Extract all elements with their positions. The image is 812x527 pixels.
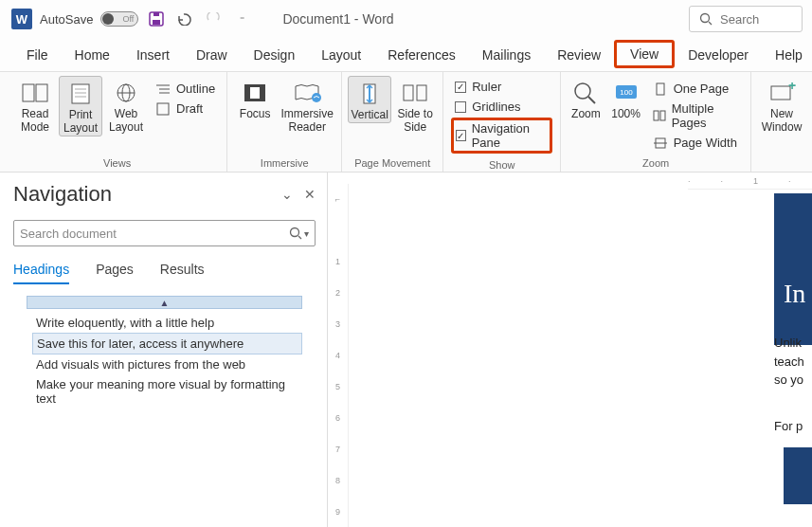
document-area[interactable]: ⌐123456789 ··1· In Unlik teach so yo For… [328, 173, 812, 527]
immersive-reader-icon [291, 80, 323, 106]
svg-line-4 [709, 22, 712, 25]
zoom-label: Zoom [571, 108, 601, 121]
nav-search-input[interactable] [20, 227, 289, 241]
hundred-percent-button[interactable]: 100 100% [606, 76, 644, 121]
heading-item[interactable]: Write eloquently, with a little help [32, 313, 302, 333]
one-page-button[interactable]: One Page [649, 80, 743, 98]
redo-icon[interactable] [203, 9, 224, 29]
svg-rect-24 [417, 85, 426, 100]
search-icon [699, 12, 713, 26]
heading-item[interactable]: Add visuals with pictures from the web [32, 354, 302, 374]
svg-rect-34 [771, 86, 790, 100]
svg-point-25 [575, 83, 590, 99]
close-icon[interactable]: ✕ [304, 187, 316, 202]
page-width-button[interactable]: Page Width [649, 134, 743, 152]
search-input[interactable] [720, 12, 786, 27]
heading-item[interactable]: Make your meaning more visual by formatt… [32, 374, 302, 409]
web-layout-button[interactable]: Web Layout [104, 76, 148, 135]
zoom-icon [569, 80, 602, 106]
tab-references[interactable]: References [374, 38, 469, 72]
new-window-icon: + [766, 80, 798, 106]
print-layout-button[interactable]: Print Layout [59, 76, 102, 136]
svg-line-26 [588, 97, 595, 103]
svg-rect-1 [153, 20, 160, 25]
zoom-button[interactable]: Zoom [567, 76, 604, 121]
svg-rect-30 [654, 111, 659, 120]
focus-button[interactable]: Focus [233, 76, 277, 121]
hundred-percent-icon: 100 [610, 80, 642, 106]
focus-label: Focus [240, 108, 271, 121]
heading-item[interactable]: Save this for later, access it anywhere [32, 333, 302, 354]
svg-rect-19 [250, 87, 260, 99]
tab-layout[interactable]: Layout [308, 38, 374, 72]
tab-review[interactable]: Review [544, 38, 614, 72]
nav-tab-headings[interactable]: Headings [13, 262, 69, 284]
navigation-pane-checkbox[interactable]: ✓Navigation Pane [451, 118, 552, 154]
checkbox-checked-icon: ✓ [455, 82, 466, 93]
ribbon-tabs: File Home Insert Draw Design Layout Refe… [0, 38, 812, 72]
multiple-pages-button[interactable]: Multiple Pages [649, 100, 743, 132]
collapse-headings-bar[interactable]: ▲ [27, 296, 302, 309]
nav-search-box[interactable]: ▾ [13, 220, 316, 246]
workspace: Navigation ⌄ ✕ ▾ Headings Pages Results … [0, 173, 812, 527]
svg-text:+: + [788, 82, 796, 93]
group-page-movement-label: Page Movement [354, 155, 430, 172]
vertical-icon [353, 81, 386, 107]
hundred-percent-label: 100% [611, 108, 641, 121]
nav-tabs: Headings Pages Results [13, 262, 316, 284]
vertical-label: Vertical [352, 109, 388, 122]
search-icon [289, 227, 302, 240]
ruler-checkbox[interactable]: ✓Ruler [451, 78, 552, 96]
svg-rect-29 [657, 83, 664, 95]
page-paragraph-2: For p [774, 419, 812, 433]
vertical-button[interactable]: Vertical [348, 76, 391, 123]
draft-button[interactable]: Draft [152, 100, 219, 118]
tab-file[interactable]: File [13, 38, 62, 72]
search-box[interactable] [689, 6, 803, 32]
ruler-label: Ruler [472, 80, 501, 94]
banner-text: In [774, 193, 812, 309]
outline-icon [155, 82, 171, 96]
document-title: Document1 - Word [282, 11, 393, 27]
outline-button[interactable]: Outline [152, 80, 219, 98]
svg-rect-7 [72, 84, 89, 103]
draft-icon [155, 102, 171, 116]
gridlines-label: Gridlines [472, 100, 520, 114]
navigation-pane: Navigation ⌄ ✕ ▾ Headings Pages Results … [0, 173, 328, 527]
undo-icon[interactable] [174, 9, 195, 29]
ribbon: Read Mode Print Layout Web Layout Outlin… [0, 72, 812, 173]
group-immersive: Focus Immersive Reader Immersive [227, 72, 342, 172]
read-mode-button[interactable]: Read Mode [13, 76, 57, 135]
immersive-reader-button[interactable]: Immersive Reader [279, 76, 335, 135]
tab-view[interactable]: View [614, 40, 675, 68]
group-views: Read Mode Print Layout Web Layout Outlin… [8, 72, 227, 172]
svg-point-3 [701, 14, 710, 23]
nav-tab-results[interactable]: Results [160, 262, 205, 284]
read-mode-icon [19, 80, 51, 106]
svg-line-37 [298, 236, 301, 239]
svg-text:100: 100 [620, 88, 633, 97]
tab-help[interactable]: Help [762, 38, 812, 72]
tab-home[interactable]: Home [62, 38, 123, 72]
qat-customize-icon[interactable]: ⁼ [231, 9, 252, 29]
save-icon[interactable] [146, 9, 167, 29]
new-window-button[interactable]: + New Window [757, 76, 806, 135]
draft-label: Draft [176, 101, 203, 116]
tab-insert[interactable]: Insert [123, 38, 183, 72]
tab-mailings[interactable]: Mailings [469, 38, 544, 72]
gridlines-checkbox[interactable]: Gridlines [451, 98, 552, 116]
multiple-pages-icon [653, 109, 666, 122]
side-to-side-button[interactable]: Side to Side [393, 76, 437, 135]
chevron-down-icon[interactable]: ⌄ [281, 187, 293, 202]
group-zoom: Zoom 100 100% One Page Multiple Pages Pa… [561, 72, 751, 172]
nav-tab-pages[interactable]: Pages [96, 262, 134, 284]
tab-developer[interactable]: Developer [675, 38, 762, 72]
tab-design[interactable]: Design [241, 38, 309, 72]
side-to-side-icon [399, 80, 431, 106]
outline-label: Outline [176, 82, 215, 96]
svg-rect-2 [153, 12, 159, 16]
tab-draw[interactable]: Draw [183, 38, 241, 72]
print-layout-label: Print Layout [62, 109, 99, 136]
dropdown-icon[interactable]: ▾ [304, 228, 309, 239]
autosave-toggle[interactable]: Off [100, 11, 138, 27]
